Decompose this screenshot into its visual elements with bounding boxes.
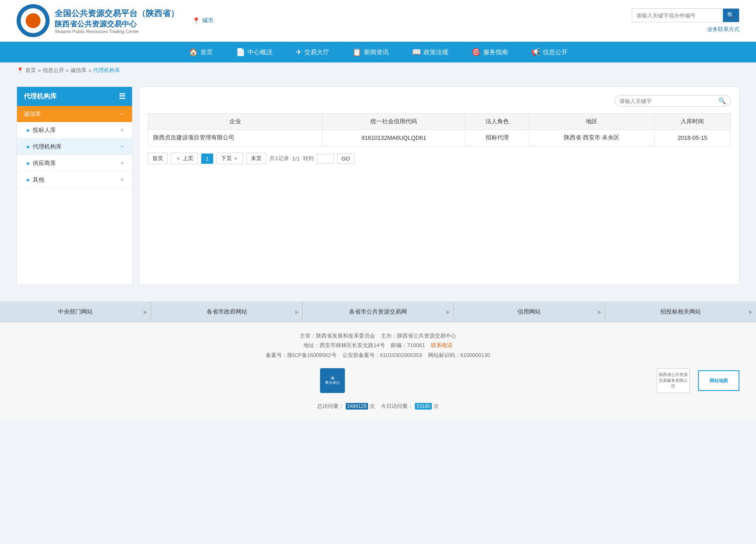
col-region: 地区 (529, 114, 654, 130)
goto-label: 转到 (303, 155, 314, 162)
nav-item-trading[interactable]: ✈ 交易大厅 (284, 42, 341, 62)
table-row: 陕西贞吉建设项目管理有限公司 91610132MA6UQLQD61 招标代理 陕… (148, 130, 731, 146)
sidebar-section-credit: 诚信库 － ▶ 投标人库 ＋ ▶ 代理机构库 － ▶ 供应 (17, 106, 132, 188)
nav-item-news[interactable]: 📋 新闻资讯 (341, 42, 400, 62)
total-visits-suffix: 次 (370, 403, 375, 409)
city-label: 城市 (202, 17, 214, 24)
logo-area: 全国公共资源交易平台（陕西省） 陕西省公共资源交易中心 Shaanxi Publ… (17, 4, 214, 37)
today-visits-suffix: 次 (433, 403, 439, 409)
page-info: 1/1 (292, 156, 300, 162)
triangle-icon-agent: ▶ (27, 144, 30, 149)
header-search-button[interactable]: 🔍 (723, 9, 739, 22)
nav-label-home: 首页 (200, 48, 213, 56)
location-icon: 📍 (192, 17, 200, 25)
footer-logos: 🏛 事业单位 陕西省公共资源交易服务有限公司 网站地图 (17, 365, 739, 396)
sidebar-expand-bidder: ＋ (119, 126, 125, 134)
nav-label-policy: 政策法规 (424, 48, 448, 56)
footer-link-provincial[interactable]: 各省市政府网站 (151, 302, 302, 322)
sidebar-menu-icon[interactable]: ☰ (119, 92, 125, 101)
breadcrumb-info[interactable]: 信息公开 (43, 67, 64, 74)
total-visits-label: 总访问量： (317, 403, 344, 409)
footer-admin-host: 主管：陕西省发展和改革委员会 主办：陕西省公共资源交易中心 (17, 331, 739, 340)
site-title-1: 全国公共资源交易平台（陕西省） (55, 8, 179, 19)
col-credit: 统一社会信用代码 (322, 114, 465, 130)
sidebar-item-bidder-label: 投标人库 (33, 127, 56, 134)
today-visits-count: 53180 (415, 403, 432, 410)
triangle-icon-supplier: ▶ (27, 161, 30, 165)
logo-text: 全国公共资源交易平台（陕西省） 陕西省公共资源交易中心 Shaanxi Publ… (55, 8, 179, 34)
footer-link-central[interactable]: 中央部门网站 (0, 302, 151, 322)
nav-item-info[interactable]: 📢 信息公开 (520, 42, 579, 62)
col-role: 法人角色 (465, 114, 529, 130)
sidebar-item-supplier[interactable]: ▶ 供应商库 ＋ (17, 155, 132, 172)
cell-credit-code: 91610132MA6UQLQD61 (322, 130, 465, 146)
sidebar: 代理机构库 ☰ 诚信库 － ▶ 投标人库 ＋ ▶ 代理机构库 － (17, 86, 132, 285)
home-icon: 🏠 (189, 48, 198, 57)
footer-link-exchange-label: 各省市公共资源交易网 (349, 308, 407, 316)
footer-visits: 总访问量： 2484126 次 今日访问量： 53180 次 (17, 401, 739, 411)
breadcrumb-home[interactable]: 首页 (25, 67, 36, 74)
footer-link-credit-label: 信用网站 (518, 308, 541, 316)
header-search-input[interactable] (632, 10, 723, 21)
breadcrumb: 📍 首页 > 信息公开 > 诚信库 > 代理机构库 (0, 62, 756, 78)
header: 全国公共资源交易平台（陕西省） 陕西省公共资源交易中心 Shaanxi Publ… (0, 0, 756, 42)
header-search-box: 🔍 (632, 8, 739, 22)
cell-date: 2018-05-15 (654, 130, 730, 146)
footer-link-exchange[interactable]: 各省市公共资源交易网 (303, 302, 454, 322)
top-search-icon[interactable]: 🔍 (718, 97, 726, 105)
sidebar-section-credit-header[interactable]: 诚信库 － (17, 106, 132, 122)
footer-records: 备案号：陕ICP备16009562号 公安部备案号：61010302000353… (17, 350, 739, 360)
nav-item-guide[interactable]: 🎯 服务指南 (460, 42, 520, 62)
sidebar-collapse-agent: － (119, 142, 125, 151)
footer-links: 中央部门网站 各省市政府网站 各省市公共资源交易网 信用网站 招投标相关网站 (0, 302, 756, 322)
footer-postal: 邮编：710061 (391, 342, 425, 348)
go-button[interactable]: GO (337, 153, 354, 164)
footer-link-central-label: 中央部门网站 (58, 308, 93, 316)
breadcrumb-location-icon: 📍 (17, 67, 24, 74)
sidebar-item-bidder[interactable]: ▶ 投标人库 ＋ (17, 122, 132, 139)
nav-item-policy[interactable]: 📖 政策法规 (400, 42, 460, 62)
prev-page-btn[interactable]: ＜ 上页 (171, 153, 198, 164)
pagination: 首页 ＜ 上页 1 下页 ＞ 末页 共1记录 1/1 转到 GO (148, 153, 731, 164)
goto-input[interactable] (317, 154, 334, 163)
sidebar-header: 代理机构库 ☰ (17, 87, 132, 106)
city-button[interactable]: 📍 城市 (192, 17, 214, 25)
footer-link-bidding[interactable]: 招投标相关网站 (605, 302, 756, 322)
nav-label-news: 新闻资讯 (364, 48, 389, 56)
sidebar-item-agent[interactable]: ▶ 代理机构库 － (17, 139, 132, 155)
footer-logo-1[interactable]: 陕西省公共资源交易服务有限公司 (657, 368, 690, 393)
triangle-icon-other: ▶ (27, 177, 30, 182)
footer-logo-2[interactable]: 网站地图 (698, 370, 739, 391)
top-search-input[interactable] (619, 98, 718, 104)
nav-label-overview: 中心概况 (248, 48, 272, 56)
sidebar-item-other[interactable]: ▶ 其他 ＋ (17, 172, 132, 188)
header-right: 🔍 业务联系方式 (632, 8, 739, 33)
current-page-btn[interactable]: 1 (201, 153, 213, 164)
sidebar-item-agent-label: 代理机构库 (33, 143, 62, 151)
sidebar-expand-other: ＋ (119, 175, 125, 184)
col-date: 入库时间 (654, 114, 730, 130)
sidebar-expand-supplier: ＋ (119, 159, 125, 168)
last-page-btn[interactable]: 末页 (246, 153, 266, 164)
footer-link-provincial-label: 各省市政府网站 (207, 308, 247, 316)
cell-role: 招标代理 (465, 130, 529, 146)
site-title-2: 陕西省公共资源交易中心 (55, 19, 179, 29)
footer-address: 地址：西安市碑林区长安北路14号 邮编：710061 联系电话 (17, 340, 739, 350)
business-link[interactable]: 业务联系方式 (707, 26, 739, 33)
next-page-btn[interactable]: 下页 ＞ (217, 153, 243, 164)
footer-record2: 公安部备案号：61010302000353 (342, 352, 422, 358)
sidebar-item-supplier-label: 供应商库 (33, 160, 56, 167)
breadcrumb-credit[interactable]: 诚信库 (70, 67, 87, 74)
sidebar-collapse-icon: － (119, 110, 125, 118)
table-body: 陕西贞吉建设项目管理有限公司 91610132MA6UQLQD61 招标代理 陕… (148, 130, 731, 146)
first-page-btn[interactable]: 首页 (148, 153, 168, 164)
cell-company[interactable]: 陕西贞吉建设项目管理有限公司 (148, 130, 323, 146)
footer-link-bidding-label: 招投标相关网站 (660, 308, 701, 316)
footer-tel-link[interactable]: 联系电话 (431, 342, 453, 348)
nav-item-overview[interactable]: 📄 中心概况 (224, 42, 284, 62)
nav-item-home[interactable]: 🏠 首页 (177, 42, 224, 62)
footer-record1: 备案号：陕ICP备16009562号 (266, 352, 337, 358)
news-icon: 📋 (352, 48, 361, 57)
footer-link-credit[interactable]: 信用网站 (454, 302, 605, 322)
footer-website-code: 网站标识码：6100000130 (428, 352, 490, 358)
